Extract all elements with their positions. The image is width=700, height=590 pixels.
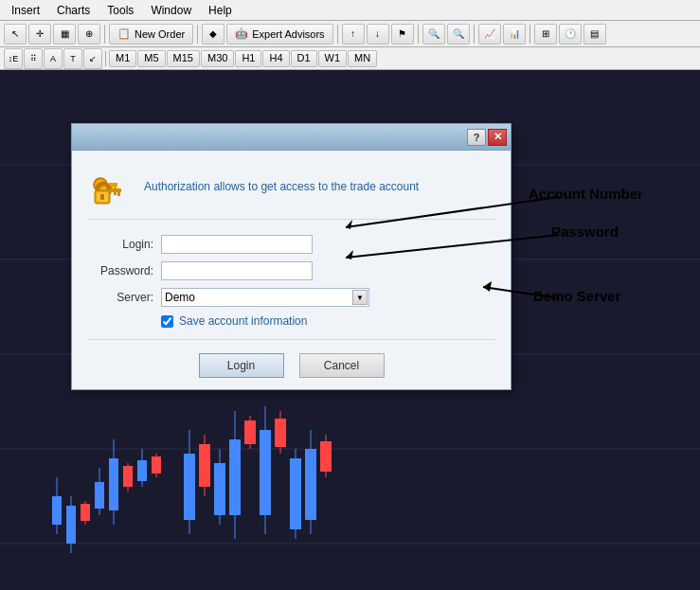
password-label: Password: bbox=[87, 264, 153, 277]
server-select-wrapper: Demo ▼ bbox=[161, 288, 369, 307]
dialog-titlebar: ? ✕ bbox=[72, 124, 511, 151]
dialog-overlay: ? ✕ bbox=[0, 0, 700, 590]
server-row: Server: Demo ▼ bbox=[87, 288, 495, 307]
login-label: Login: bbox=[87, 238, 153, 251]
save-info-label[interactable]: Save account information bbox=[179, 314, 307, 328]
dialog-title-buttons: ? ✕ bbox=[467, 129, 507, 146]
login-row: Login: bbox=[87, 235, 495, 254]
svg-rect-50 bbox=[117, 192, 120, 196]
save-info-checkbox[interactable] bbox=[161, 315, 173, 328]
dialog-close-button[interactable]: ✕ bbox=[488, 129, 507, 146]
server-label: Server: bbox=[87, 291, 153, 304]
login-dialog: ? ✕ bbox=[71, 123, 512, 390]
dialog-header-text: Authorization allows to get access to th… bbox=[144, 180, 419, 193]
svg-rect-54 bbox=[100, 194, 104, 200]
save-info-row: Save account information bbox=[161, 314, 495, 328]
dialog-buttons: Login Cancel bbox=[87, 348, 495, 378]
dialog-help-button[interactable]: ? bbox=[467, 129, 486, 146]
dialog-content: Authorization allows to get access to th… bbox=[72, 151, 511, 389]
dialog-divider bbox=[87, 339, 495, 340]
lock-icon bbox=[87, 164, 133, 209]
login-button[interactable]: Login bbox=[199, 353, 284, 378]
svg-rect-51 bbox=[114, 192, 117, 195]
login-input[interactable] bbox=[161, 235, 313, 254]
password-input[interactable] bbox=[161, 261, 313, 280]
dialog-header-row: Authorization allows to get access to th… bbox=[87, 164, 495, 220]
server-select[interactable]: Demo bbox=[161, 288, 369, 307]
password-row: Password: bbox=[87, 261, 495, 280]
cancel-button[interactable]: Cancel bbox=[299, 353, 385, 378]
